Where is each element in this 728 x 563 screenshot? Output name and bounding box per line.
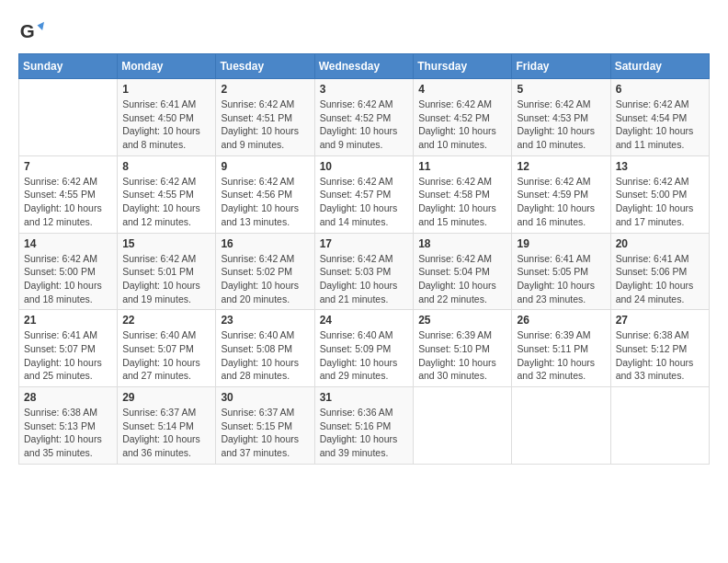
day-info: Sunrise: 6:42 AMSunset: 4:55 PMDaylight:…: [122, 175, 210, 229]
week-row-2: 14Sunrise: 6:42 AMSunset: 5:00 PMDayligh…: [19, 233, 710, 310]
day-number: 5: [517, 83, 605, 96]
day-number: 21: [24, 314, 112, 327]
day-info: Sunrise: 6:40 AMSunset: 5:07 PMDaylight:…: [122, 328, 210, 383]
day-cell: [512, 387, 610, 465]
day-cell: 10Sunrise: 6:42 AMSunset: 4:57 PMDayligh…: [314, 155, 414, 233]
day-info: Sunrise: 6:39 AMSunset: 5:10 PMDaylight:…: [418, 328, 506, 383]
day-info: Sunrise: 6:41 AMSunset: 5:06 PMDaylight:…: [616, 252, 704, 306]
day-number: 8: [122, 160, 210, 173]
week-row-1: 7Sunrise: 6:42 AMSunset: 4:55 PMDaylight…: [19, 155, 710, 233]
day-info: Sunrise: 6:42 AMSunset: 4:51 PMDaylight:…: [221, 98, 309, 152]
day-info: Sunrise: 6:39 AMSunset: 5:11 PMDaylight:…: [517, 328, 605, 383]
day-cell: 27Sunrise: 6:38 AMSunset: 5:12 PMDayligh…: [610, 310, 709, 387]
logo-icon: G: [18, 18, 44, 44]
svg-marker-1: [38, 22, 44, 30]
day-info: Sunrise: 6:41 AMSunset: 5:05 PMDaylight:…: [517, 252, 605, 306]
day-number: 2: [221, 83, 309, 96]
day-info: Sunrise: 6:42 AMSunset: 5:00 PMDaylight:…: [616, 175, 704, 229]
day-info: Sunrise: 6:40 AMSunset: 5:08 PMDaylight:…: [221, 328, 309, 383]
weekday-header-tuesday: Tuesday: [216, 54, 314, 79]
day-cell: 20Sunrise: 6:41 AMSunset: 5:06 PMDayligh…: [610, 233, 709, 310]
day-number: 17: [320, 237, 409, 250]
day-number: 15: [122, 237, 210, 250]
day-number: 9: [221, 160, 309, 173]
day-info: Sunrise: 6:36 AMSunset: 5:16 PMDaylight:…: [320, 406, 409, 460]
day-cell: 22Sunrise: 6:40 AMSunset: 5:07 PMDayligh…: [118, 310, 216, 387]
day-info: Sunrise: 6:42 AMSunset: 4:56 PMDaylight:…: [221, 175, 309, 229]
day-cell: 8Sunrise: 6:42 AMSunset: 4:55 PMDaylight…: [118, 155, 216, 233]
day-info: Sunrise: 6:42 AMSunset: 4:59 PMDaylight:…: [517, 175, 605, 229]
day-cell: 9Sunrise: 6:42 AMSunset: 4:56 PMDaylight…: [216, 155, 314, 233]
day-info: Sunrise: 6:42 AMSunset: 5:02 PMDaylight:…: [221, 252, 309, 306]
day-number: 3: [320, 83, 409, 96]
weekday-header-wednesday: Wednesday: [314, 54, 414, 79]
day-cell: 30Sunrise: 6:37 AMSunset: 5:15 PMDayligh…: [216, 387, 314, 465]
day-info: Sunrise: 6:38 AMSunset: 5:12 PMDaylight:…: [616, 328, 704, 383]
day-number: 7: [24, 160, 112, 173]
weekday-header-saturday: Saturday: [610, 54, 709, 79]
weekday-header-sunday: Sunday: [19, 54, 118, 79]
day-number: 29: [122, 391, 210, 404]
calendar-table: SundayMondayTuesdayWednesdayThursdayFrid…: [18, 53, 710, 465]
day-cell: 23Sunrise: 6:40 AMSunset: 5:08 PMDayligh…: [216, 310, 314, 387]
day-info: Sunrise: 6:37 AMSunset: 5:15 PMDaylight:…: [221, 406, 309, 460]
week-row-3: 21Sunrise: 6:41 AMSunset: 5:07 PMDayligh…: [19, 310, 710, 387]
day-info: Sunrise: 6:41 AMSunset: 4:50 PMDaylight:…: [122, 98, 210, 152]
day-cell: 4Sunrise: 6:42 AMSunset: 4:52 PMDaylight…: [414, 79, 512, 156]
day-number: 28: [24, 391, 112, 404]
day-number: 31: [320, 391, 409, 404]
day-cell: 1Sunrise: 6:41 AMSunset: 4:50 PMDaylight…: [118, 79, 216, 156]
day-info: Sunrise: 6:41 AMSunset: 5:07 PMDaylight:…: [24, 328, 112, 383]
day-number: 1: [122, 83, 210, 96]
day-cell: 17Sunrise: 6:42 AMSunset: 5:03 PMDayligh…: [314, 233, 414, 310]
day-number: 20: [616, 237, 704, 250]
day-number: 27: [616, 314, 704, 327]
day-info: Sunrise: 6:38 AMSunset: 5:13 PMDaylight:…: [24, 406, 112, 460]
day-info: Sunrise: 6:42 AMSunset: 4:58 PMDaylight:…: [418, 175, 506, 229]
calendar-header: SundayMondayTuesdayWednesdayThursdayFrid…: [19, 54, 710, 79]
day-cell: 26Sunrise: 6:39 AMSunset: 5:11 PMDayligh…: [512, 310, 610, 387]
day-number: 13: [616, 160, 704, 173]
day-info: Sunrise: 6:42 AMSunset: 4:52 PMDaylight:…: [418, 98, 506, 152]
day-number: 25: [418, 314, 506, 327]
day-number: 18: [418, 237, 506, 250]
weekday-header-friday: Friday: [512, 54, 610, 79]
day-cell: 18Sunrise: 6:42 AMSunset: 5:04 PMDayligh…: [414, 233, 512, 310]
day-cell: 6Sunrise: 6:42 AMSunset: 4:54 PMDaylight…: [610, 79, 709, 156]
day-cell: 15Sunrise: 6:42 AMSunset: 5:01 PMDayligh…: [118, 233, 216, 310]
day-cell: 19Sunrise: 6:41 AMSunset: 5:05 PMDayligh…: [512, 233, 610, 310]
logo: G: [18, 18, 48, 44]
day-cell: 21Sunrise: 6:41 AMSunset: 5:07 PMDayligh…: [19, 310, 118, 387]
day-cell: [610, 387, 709, 465]
day-info: Sunrise: 6:42 AMSunset: 5:00 PMDaylight:…: [24, 252, 112, 306]
day-cell: 3Sunrise: 6:42 AMSunset: 4:52 PMDaylight…: [314, 79, 414, 156]
page-header: G: [18, 18, 710, 44]
day-cell: 16Sunrise: 6:42 AMSunset: 5:02 PMDayligh…: [216, 233, 314, 310]
day-cell: 11Sunrise: 6:42 AMSunset: 4:58 PMDayligh…: [414, 155, 512, 233]
week-row-0: 1Sunrise: 6:41 AMSunset: 4:50 PMDaylight…: [19, 79, 710, 156]
day-cell: 31Sunrise: 6:36 AMSunset: 5:16 PMDayligh…: [314, 387, 414, 465]
day-cell: 7Sunrise: 6:42 AMSunset: 4:55 PMDaylight…: [19, 155, 118, 233]
weekday-header-monday: Monday: [118, 54, 216, 79]
day-number: 14: [24, 237, 112, 250]
day-cell: 25Sunrise: 6:39 AMSunset: 5:10 PMDayligh…: [414, 310, 512, 387]
weekday-header-row: SundayMondayTuesdayWednesdayThursdayFrid…: [19, 54, 710, 79]
day-info: Sunrise: 6:40 AMSunset: 5:09 PMDaylight:…: [320, 328, 409, 383]
day-info: Sunrise: 6:42 AMSunset: 5:03 PMDaylight:…: [320, 252, 409, 306]
day-number: 26: [517, 314, 605, 327]
day-number: 19: [517, 237, 605, 250]
day-number: 16: [221, 237, 309, 250]
day-cell: 2Sunrise: 6:42 AMSunset: 4:51 PMDaylight…: [216, 79, 314, 156]
day-cell: 5Sunrise: 6:42 AMSunset: 4:53 PMDaylight…: [512, 79, 610, 156]
day-cell: 14Sunrise: 6:42 AMSunset: 5:00 PMDayligh…: [19, 233, 118, 310]
day-number: 10: [320, 160, 409, 173]
day-number: 12: [517, 160, 605, 173]
day-info: Sunrise: 6:42 AMSunset: 4:55 PMDaylight:…: [24, 175, 112, 229]
day-number: 6: [616, 83, 704, 96]
day-number: 24: [320, 314, 409, 327]
day-cell: [414, 387, 512, 465]
week-row-4: 28Sunrise: 6:38 AMSunset: 5:13 PMDayligh…: [19, 387, 710, 465]
day-cell: 24Sunrise: 6:40 AMSunset: 5:09 PMDayligh…: [314, 310, 414, 387]
day-number: 11: [418, 160, 506, 173]
day-cell: [19, 79, 118, 156]
